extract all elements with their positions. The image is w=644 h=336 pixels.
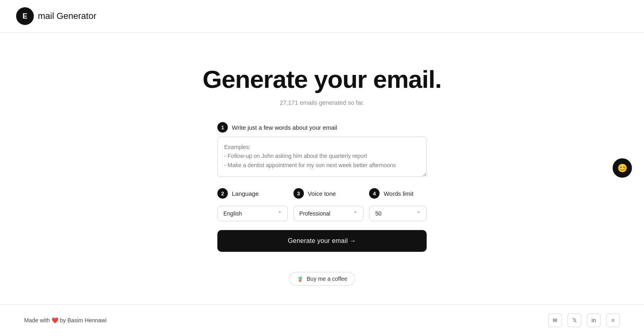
step4-text: Words limit <box>384 190 413 197</box>
words-limit-dropdown[interactable]: 50 ⌃ <box>369 206 427 221</box>
made-with-text: Made with <box>24 317 50 324</box>
step3-text: Voice tone <box>308 190 336 197</box>
step4-label: 4 Words limit <box>369 188 427 199</box>
generate-button[interactable]: Generate your email → <box>217 230 427 252</box>
step4-badge: 4 <box>369 188 380 199</box>
voice-tone-selected: Professional <box>299 210 330 217</box>
coffee-label: Buy me a coffee <box>307 276 347 282</box>
by-text: by Basim Hennawi <box>60 317 107 324</box>
footer-credit: Made with ❤️ by Basim Hennawi <box>24 317 107 324</box>
language-dropdown[interactable]: English ⌃ <box>217 206 288 221</box>
twitter-social-icon[interactable]: 𝕏 <box>568 313 581 327</box>
step3-label: 3 Voice tone <box>293 188 364 199</box>
coffee-button[interactable]: 🧋 Buy me a coffee <box>289 272 355 286</box>
main-content: Generate your email. 27,171 emails gener… <box>0 33 644 310</box>
footer: Made with ❤️ by Basim Hennawi ✉ 𝕏 in ⌗ <box>0 304 644 336</box>
words-limit-chevron-icon: ⌃ <box>417 211 421 216</box>
language-chevron-icon: ⌃ <box>278 211 282 216</box>
voice-tone-dropdown[interactable]: Professional ⌃ <box>293 206 364 221</box>
words-limit-group: 4 Words limit 50 ⌃ <box>369 188 427 221</box>
heart-icon: ❤️ <box>52 317 58 324</box>
chat-button[interactable]: 😊 <box>613 158 632 178</box>
form-container: 1 Write just a few words about your emai… <box>217 122 427 272</box>
language-selected: English <box>223 210 242 217</box>
email-textarea[interactable] <box>217 137 427 177</box>
step1-text: Write just a few words about your email <box>232 124 337 131</box>
chat-icon: 😊 <box>617 163 627 173</box>
logo-icon: E <box>16 7 34 25</box>
voice-tone-group: 3 Voice tone Professional ⌃ <box>293 188 364 221</box>
step3-badge: 3 <box>293 188 304 199</box>
linkedin-social-icon[interactable]: in <box>587 313 601 327</box>
voice-tone-chevron-icon: ⌃ <box>353 211 357 216</box>
step2-text: Language <box>232 190 259 197</box>
step1-label: 1 Write just a few words about your emai… <box>217 122 427 133</box>
app-title: mail Generator <box>38 11 97 21</box>
language-group: 2 Language English ⌃ <box>217 188 288 221</box>
step2-label: 2 Language <box>217 188 288 199</box>
step1-badge: 1 <box>217 122 228 133</box>
coffee-icon: 🧋 <box>297 276 303 282</box>
words-limit-selected: 50 <box>375 210 382 217</box>
emails-count: 27,171 emails generated so far. <box>280 99 364 106</box>
github-social-icon[interactable]: ⌗ <box>606 313 620 327</box>
options-row: 2 Language English ⌃ 3 Voice tone Profes… <box>217 188 427 221</box>
page-heading: Generate your email. <box>202 65 441 93</box>
footer-social-icons: ✉ 𝕏 in ⌗ <box>548 313 620 327</box>
step2-badge: 2 <box>217 188 228 199</box>
email-social-icon[interactable]: ✉ <box>548 313 562 327</box>
header: E mail Generator <box>0 0 644 33</box>
